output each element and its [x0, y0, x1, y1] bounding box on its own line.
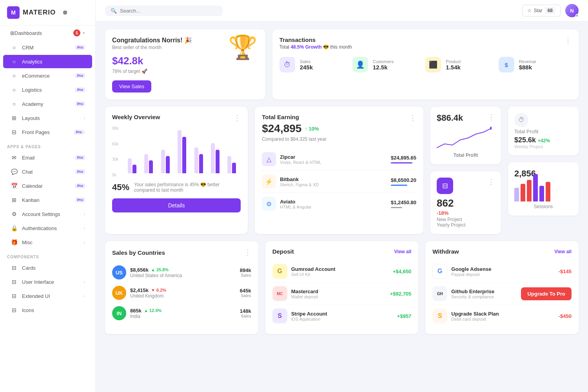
search-input[interactable] — [120, 8, 217, 14]
tx-stat-customers: 👤 Customers 12.5k — [352, 57, 425, 73]
sessions-card: 2,856 Sessions — [508, 162, 579, 216]
transactions-subtitle: Total 48.5% Growth 😎 this month — [279, 44, 352, 50]
tx-stats: ⏱ Sales 245k 👤 Customers 12.5 — [279, 57, 572, 73]
bar-light — [144, 154, 148, 174]
view-sales-button[interactable]: View Sales — [112, 80, 151, 93]
sidebar-item-crm[interactable]: ○ CRM Pro — [3, 41, 92, 54]
dashboards-item[interactable]: ⊞ Dashboards 5 ▾ — [3, 26, 92, 40]
session-bar — [527, 180, 532, 201]
earning-item-bitbank: ⚡ Bitbank Sketch, Figma & XD $8,6500.20 — [262, 171, 416, 193]
live-icon: ⏺ — [62, 9, 68, 16]
withdraw-view-all[interactable]: View all — [554, 249, 572, 254]
congrats-card: Congratulations Norris! 🎉 Best seller of… — [105, 29, 265, 100]
countries-title: Sales by Countries — [112, 249, 165, 256]
calendar-icon: 📅 — [10, 183, 18, 189]
session-bar — [514, 188, 519, 201]
bar-light — [178, 130, 181, 173]
star-button[interactable]: ☆ Star 68 — [522, 5, 561, 16]
weekly-project-card: ⏱ Total Profit $25.6k +42% Weekly Projec… — [508, 107, 579, 155]
countries-more-icon[interactable]: ⋮ — [244, 248, 251, 257]
mastercard-amount: +$92,705 — [390, 291, 412, 297]
transactions-more-icon[interactable]: ⋮ — [564, 36, 572, 45]
earning-item-zipcar: △ Zipcar Vuejs, React & HTML $24,895.65 — [262, 148, 416, 171]
search-box[interactable]: 🔍 — [105, 5, 223, 16]
account-settings-icon: ⚙ — [10, 211, 18, 217]
deposit-view-all[interactable]: View all — [394, 249, 412, 254]
auth-icon: 🔒 — [10, 225, 18, 231]
sidebar-item-layouts[interactable]: ⊞ Layouts › — [3, 111, 92, 125]
profit-sub-amount: $25.6k +42% — [514, 136, 572, 144]
bar-light — [227, 156, 231, 173]
tx-stat-sales: ⏱ Sales 245k — [279, 57, 352, 73]
sidebar-item-front-pages[interactable]: ⊟ Front Pages Pro › — [3, 125, 92, 139]
earning-more-icon[interactable]: ⋮ — [409, 114, 416, 122]
congrats-target: 78% of target 🚀 — [112, 69, 258, 74]
sidebar-item-authentications[interactable]: 🔒 Authentications › — [3, 221, 92, 235]
bar-column — [174, 130, 189, 173]
header: 🔍 ☆ Star 68 N — [96, 0, 588, 22]
np-change: -18% — [437, 210, 448, 216]
sidebar-item-extended-ui[interactable]: ⊟ Extended UI › — [3, 289, 92, 303]
sidebar-item-chat[interactable]: 💬 Chat Pro — [3, 165, 92, 178]
new-project-card: ⊟ ⋮ 862 -18% New Project Yearly Project — [430, 171, 501, 234]
sidebar-item-cards[interactable]: ⊟ Cards — [3, 261, 92, 274]
logo: M MATERIO ⏺ — [0, 0, 95, 25]
aviato-icon: ⚙ — [262, 197, 276, 211]
tx-stat-product: ⬛ Product 1.54k — [425, 57, 498, 73]
sidebar-item-academy[interactable]: ○ Academy Pro — [3, 97, 92, 111]
transactions-title: Transactions — [279, 36, 352, 43]
weekly-percent: 45% — [112, 182, 129, 192]
profit-label: Total Profit — [437, 152, 495, 158]
star-label: Star — [534, 8, 543, 13]
profit-amount: $86.4k — [437, 113, 463, 123]
np-value: 862 — [437, 197, 495, 209]
profit-more-icon[interactable]: ⋮ — [488, 113, 495, 122]
aviato-amount: $1,2450.80 — [391, 200, 416, 208]
zipcar-icon: △ — [262, 152, 276, 166]
us-flag: US — [112, 265, 126, 279]
sessions-value: 2,856 — [514, 169, 572, 179]
dashboard: Congratulations Norris! 🎉 Best seller of… — [96, 22, 588, 342]
earning-compare: Compared to $84,325 last year — [262, 136, 416, 142]
crm-icon: ○ — [10, 44, 18, 51]
np-more-icon[interactable]: ⋮ — [488, 178, 495, 186]
sidebar-item-email[interactable]: ✉ Email Pro — [3, 151, 92, 164]
bar-column — [225, 156, 239, 173]
stripe-amount: +$957 — [397, 313, 412, 319]
bitbank-amount: $8,6500.20 — [391, 177, 416, 186]
sidebar-item-misc[interactable]: 🎁 Misc › — [3, 236, 92, 249]
cards-icon: ⊟ — [10, 265, 18, 271]
sidebar-item-account-settings[interactable]: ⚙ Account Settings › — [3, 207, 92, 221]
row-1: Congratulations Norris! 🎉 Best seller of… — [105, 29, 579, 100]
front-pages-icon: ⊟ — [10, 129, 18, 135]
sidebar-item-calendar[interactable]: 📅 Calendar Pro — [3, 179, 92, 192]
uk-sales: 645k Sales — [240, 288, 251, 298]
withdraw-item-google: G Google Adsense Paypal deposit -$145 — [432, 260, 572, 283]
weekly-more-icon[interactable]: ⋮ — [234, 114, 241, 122]
bar-light — [194, 147, 198, 173]
sidebar-item-kanban[interactable]: ⊞ Kanban Pro — [3, 193, 92, 207]
google-amount: -$145 — [559, 269, 572, 274]
details-button[interactable]: Details — [112, 198, 241, 212]
dashboards-count: 5 — [73, 29, 80, 36]
star-count: 68 — [545, 7, 555, 14]
product-icon: ⬛ — [425, 57, 441, 73]
sidebar: M MATERIO ⏺ ⊞ Dashboards 5 ▾ ○ CRM Pro ○… — [0, 0, 96, 392]
sidebar-item-logistics[interactable]: ○ Logistics Pro — [3, 83, 92, 96]
header-right: ☆ Star 68 N — [522, 4, 579, 17]
in-flag: IN — [112, 306, 126, 320]
sidebar-item-analytics[interactable]: ○ Analytics — [3, 55, 92, 68]
sidebar-item-user-interface[interactable]: ⊟ User Interface › — [3, 275, 92, 289]
analytics-icon: ○ — [10, 58, 18, 65]
sidebar-item-ecommerce[interactable]: ○ eCommerce Pro — [3, 69, 92, 82]
sessions-label: Sessions — [514, 204, 572, 209]
total-earning-card: Total Earning ⋮ $24,895 ↑ 10% Compared t… — [255, 107, 423, 234]
misc-icon: 🎁 — [10, 239, 18, 245]
small-cards-column: $86.4k ⋮ — [430, 107, 501, 234]
sidebar-item-icons[interactable]: ⊟ Icons — [3, 303, 92, 317]
deposit-item-mastercard: MC Mastercard Wallet deposit +$92,705 — [272, 283, 412, 305]
session-bar — [533, 174, 538, 201]
bar-dark — [132, 165, 136, 173]
avatar[interactable]: N — [565, 4, 579, 17]
upgrade-to-pro-button[interactable]: Upgrade To Pro — [521, 287, 572, 300]
